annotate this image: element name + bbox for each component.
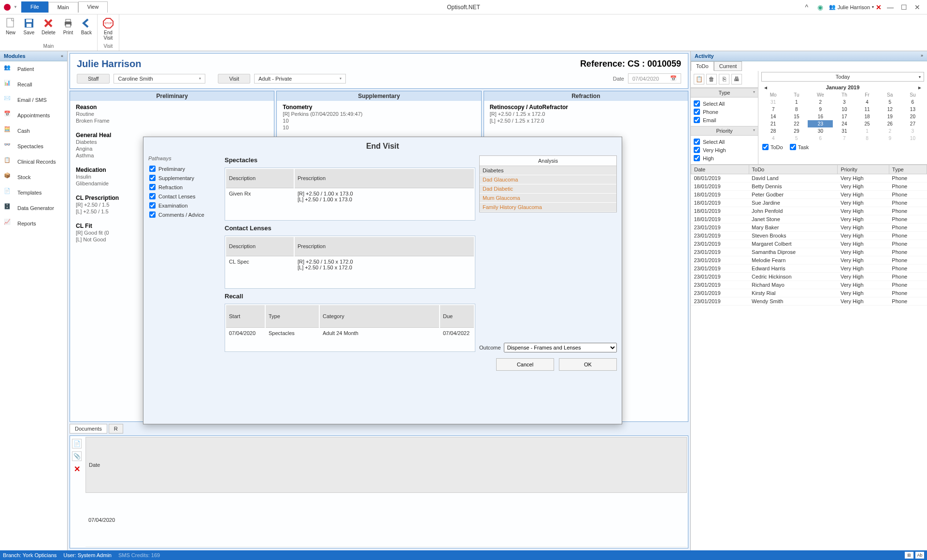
qat-dropdown-icon[interactable]: ▼ [14, 5, 17, 9]
cal-day[interactable]: 15 [785, 113, 808, 120]
cal-day[interactable]: 3 [833, 98, 856, 106]
col-type[interactable]: Type [889, 165, 927, 174]
cal-day[interactable]: 12 [879, 106, 901, 113]
activity-row[interactable]: 18/01/2019John PenfoldVery HighPhone [691, 207, 927, 215]
sidebar-item-reports[interactable]: 📈Reports [0, 216, 67, 231]
cal-day[interactable]: 21 [761, 120, 785, 127]
close-user-icon[interactable]: ✕ [876, 3, 882, 11]
help-icon[interactable]: ^ [802, 3, 812, 11]
cal-day[interactable]: 16 [808, 113, 833, 120]
sidebar-item-spectacles[interactable]: 👓Spectacles [0, 139, 67, 154]
cal-day[interactable]: 31 [833, 127, 856, 135]
cal-day[interactable]: 28 [761, 127, 785, 135]
pathway-examination[interactable]: Examination [148, 201, 221, 210]
activity-delete-icon[interactable]: 🗑 [706, 74, 717, 84]
today-button[interactable]: Today▾ [761, 72, 924, 82]
cal-day[interactable]: 24 [833, 120, 856, 127]
activity-row[interactable]: 23/01/2019Wendy SmithVery HighPhone [691, 297, 927, 306]
cal-day[interactable]: 17 [833, 113, 856, 120]
activity-row[interactable]: 23/01/2019Richard MayoVery HighPhone [691, 281, 927, 289]
activity-row[interactable]: 23/01/2019Margaret ColbertVery HighPhone [691, 240, 927, 248]
activity-row[interactable]: 08/01/2019David LandVery HighPhone [691, 174, 927, 182]
activity-row[interactable]: 18/01/2019Sue JardineVery HighPhone [691, 199, 927, 207]
tab-r[interactable]: R [109, 424, 123, 434]
ok-button[interactable]: OK [559, 358, 617, 371]
cal-day[interactable]: 2 [808, 98, 833, 106]
tab-view[interactable]: View [78, 1, 108, 13]
cal-prev-icon[interactable]: ◄ [763, 85, 768, 90]
cancel-button[interactable]: Cancel [496, 358, 554, 371]
sidebar-item-appointments[interactable]: 📅Appointments [0, 108, 67, 123]
activity-row[interactable]: 23/01/2019Kirsty RialVery HighPhone [691, 289, 927, 297]
cal-day[interactable]: 1 [785, 98, 808, 106]
status-btn1[interactable]: ⊞ [905, 552, 913, 559]
col-date[interactable]: Date [691, 165, 749, 174]
tab-documents[interactable]: Documents [70, 424, 107, 434]
activity-row[interactable]: 23/01/2019Cedric HickinsonVery HighPhone [691, 273, 927, 281]
cal-day[interactable]: 13 [901, 106, 924, 113]
cal-day[interactable]: 5 [785, 135, 808, 142]
sidebar-item-cash[interactable]: 🧮Cash [0, 123, 67, 139]
chk-type-email[interactable]: Email [694, 116, 755, 124]
cal-day[interactable]: 1 [856, 127, 878, 135]
cal-day[interactable]: 5 [879, 98, 901, 106]
cal-day[interactable]: 31 [761, 98, 785, 106]
outcome-select[interactable]: Dispense - Frames and Lenses [504, 343, 617, 352]
activity-row[interactable]: 18/01/2019Peter GodberVery HighPhone [691, 191, 927, 199]
col-todo[interactable]: ToDo [749, 165, 838, 174]
activity-list[interactable]: Date ToDo Priority Type 08/01/2019David … [691, 164, 927, 550]
analysis-item[interactable]: Diabetes [480, 166, 616, 175]
cal-day[interactable]: 30 [808, 127, 833, 135]
cal-day[interactable]: 3 [901, 127, 924, 135]
user-dropdown-icon[interactable]: ▾ [872, 5, 874, 9]
activity-new-icon[interactable]: 📋 [694, 74, 704, 84]
print-button[interactable]: Print [59, 15, 77, 36]
cal-day[interactable]: 10 [901, 135, 924, 142]
end-visit-button[interactable]: STOP End Visit [100, 15, 117, 42]
sidebar-item-data-generator[interactable]: 🗄️Data Generator [0, 200, 67, 216]
cal-day[interactable]: 8 [856, 135, 878, 142]
sidebar-item-clinical-records[interactable]: 📋Clinical Records [0, 154, 67, 169]
tab-todo[interactable]: ToDo [691, 61, 714, 71]
close-icon[interactable]: ✕ [913, 3, 922, 11]
analysis-item[interactable]: Family History Glaucoma [480, 203, 616, 212]
analysis-item[interactable]: Dad Diabetic [480, 184, 616, 194]
doc-col-date[interactable]: Date [86, 437, 687, 493]
activity-header[interactable]: Activity » [691, 51, 927, 61]
cal-day[interactable]: 14 [761, 113, 785, 120]
new-button[interactable]: New [2, 15, 19, 36]
sidebar-item-email-sms[interactable]: ✉️Email / SMS [0, 92, 67, 108]
cal-day[interactable]: 18 [856, 113, 878, 120]
status-btn2[interactable]: Ab [915, 552, 924, 559]
doc-attach-icon[interactable]: 📎 [72, 451, 82, 461]
modules-header[interactable]: Modules « [0, 51, 67, 61]
pathway-contact-lenses[interactable]: Contact Lenses [148, 192, 221, 201]
doc-row[interactable]: 07/04/2020 [86, 494, 687, 547]
analysis-item[interactable]: Mum Glaucoma [480, 194, 616, 203]
pathway-comments-advice[interactable]: Comments / Advice [148, 210, 221, 219]
cal-day[interactable]: 2 [879, 127, 901, 135]
chk-pri-high[interactable]: High [694, 154, 755, 162]
cal-day[interactable]: 27 [901, 120, 924, 127]
activity-row[interactable]: 23/01/2019Melodie FearnVery HighPhone [691, 256, 927, 265]
cal-day[interactable]: 9 [879, 135, 901, 142]
maximize-icon[interactable]: ☐ [899, 3, 909, 11]
visit-select[interactable]: Adult - Private▾ [254, 74, 346, 84]
activity-print-icon[interactable]: 🖶 [731, 74, 742, 84]
collapse-icon[interactable]: « [61, 54, 63, 58]
cal-day[interactable]: 7 [761, 106, 785, 113]
activity-row[interactable]: 23/01/2019Samantha DiproseVery HighPhone [691, 248, 927, 256]
activity-export-icon[interactable]: ⎘ [719, 74, 729, 84]
chk-pri-selectall[interactable]: Select All [694, 138, 755, 146]
tab-file[interactable]: File [21, 1, 48, 13]
tab-current[interactable]: Current [714, 61, 742, 71]
chk-todo[interactable]: ToDo [762, 144, 783, 150]
chk-task[interactable]: Task [790, 144, 809, 150]
staff-select[interactable]: Caroline Smith▾ [114, 74, 205, 84]
user-name[interactable]: Julie Harrison [838, 4, 870, 10]
priority-filter-header[interactable]: Priority [716, 128, 732, 134]
pathway-refraction[interactable]: Refraction [148, 182, 221, 192]
expand-icon[interactable]: » [921, 53, 923, 59]
cal-day[interactable]: 25 [856, 120, 878, 127]
help-circle-icon[interactable]: ◉ [815, 3, 825, 11]
